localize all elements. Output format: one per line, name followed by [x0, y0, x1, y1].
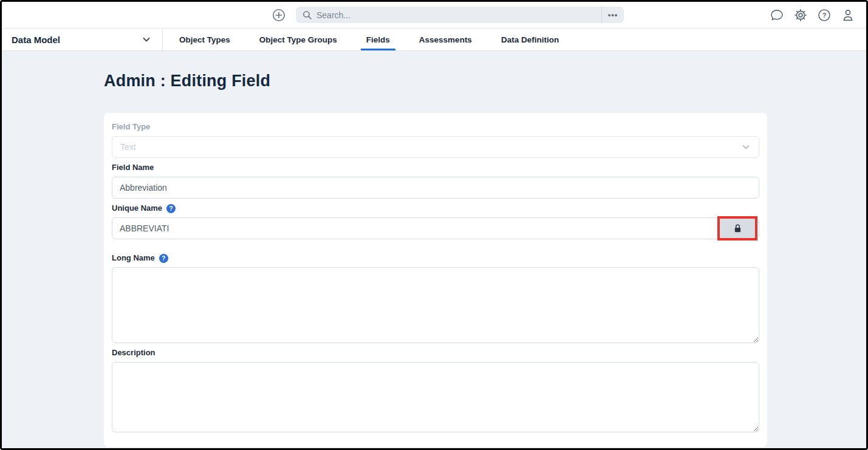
- unique-name-input[interactable]: [112, 217, 759, 239]
- add-icon[interactable]: [272, 8, 286, 22]
- unique-name-label-row: Unique Name ?: [112, 203, 759, 214]
- field-type-label: Field Type: [112, 121, 759, 132]
- ellipsis-icon[interactable]: •••: [602, 7, 624, 23]
- topbar-actions: ?: [770, 2, 855, 28]
- topbar: ••• ?: [2, 2, 866, 29]
- field-type-value: Text: [120, 142, 136, 152]
- gear-icon[interactable]: [793, 8, 808, 22]
- long-name-label: Long Name: [112, 253, 155, 264]
- chevron-down-icon: [741, 142, 751, 152]
- field-name-input[interactable]: [112, 177, 759, 199]
- help-circle-icon[interactable]: ?: [817, 8, 832, 22]
- module-navbar: Data Model Object Types Object Type Grou…: [2, 29, 866, 51]
- unique-name-help-icon[interactable]: ?: [166, 204, 176, 213]
- tab-data-definition[interactable]: Data Definition: [496, 29, 564, 50]
- field-name-label: Field Name: [112, 162, 759, 173]
- unique-name-label: Unique Name: [112, 203, 162, 214]
- description-textarea[interactable]: [112, 362, 759, 432]
- unique-name-row: [112, 217, 759, 239]
- tab-object-type-groups[interactable]: Object Type Groups: [254, 29, 343, 50]
- tab-object-types[interactable]: Object Types: [174, 29, 236, 50]
- annotation-highlight: [717, 216, 757, 240]
- long-name-help-icon[interactable]: ?: [159, 254, 168, 263]
- tab-fields[interactable]: Fields: [361, 29, 395, 50]
- long-name-label-row: Long Name ?: [112, 253, 759, 264]
- search-input[interactable]: [312, 7, 601, 22]
- edit-field-form: Field Type Text Field Name Unique Name ?: [104, 113, 767, 447]
- chevron-down-icon: [142, 35, 151, 44]
- search-icon: [302, 10, 312, 20]
- lock-button[interactable]: [720, 219, 755, 238]
- main-content: Admin : Editing Field Field Type Text Fi…: [2, 51, 866, 448]
- data-model-dropdown-label: Data Model: [12, 35, 60, 45]
- long-name-textarea[interactable]: [112, 267, 759, 343]
- field-type-select: Text: [112, 136, 759, 158]
- user-icon[interactable]: [841, 8, 855, 22]
- app-window: ••• ?: [0, 0, 868, 450]
- data-model-dropdown[interactable]: Data Model: [2, 29, 163, 50]
- svg-text:?: ?: [822, 12, 827, 19]
- lock-icon: [733, 223, 742, 234]
- nav-tabs: Object Types Object Type Groups Fields A…: [174, 29, 583, 50]
- description-label: Description: [112, 347, 759, 358]
- search-bar[interactable]: •••: [296, 7, 624, 23]
- chat-icon[interactable]: [770, 8, 784, 22]
- topbar-center: •••: [272, 2, 624, 28]
- page-title: Admin : Editing Field: [104, 69, 866, 92]
- tab-assessments[interactable]: Assessments: [414, 29, 477, 50]
